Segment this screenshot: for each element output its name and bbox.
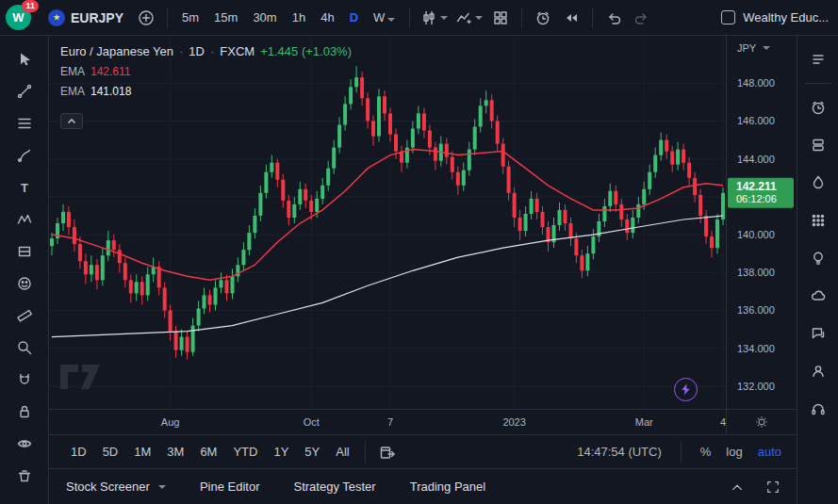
brush-tool-button[interactable] (7, 139, 42, 171)
currency-label: JPY (737, 42, 756, 54)
svg-text:T: T (21, 180, 28, 194)
compare-add-button[interactable] (133, 5, 159, 31)
log-scale-button[interactable]: log (724, 443, 744, 461)
text-icon: T (16, 179, 33, 196)
ruler-icon (16, 307, 33, 324)
body: T (0, 36, 838, 504)
timeframe-30m[interactable]: 30m (246, 7, 283, 28)
clock-utc-button[interactable]: 14:47:54 (UTC) (575, 443, 664, 461)
fullscreen-button[interactable] (763, 474, 783, 500)
auto-scale-button[interactable]: auto (756, 443, 783, 461)
alerts-button[interactable] (804, 93, 832, 122)
indicators-button[interactable] (452, 5, 485, 31)
go-to-date-button[interactable] (374, 439, 401, 465)
range-5y-button[interactable]: 5Y (298, 442, 326, 462)
lock-tool-button[interactable] (7, 396, 42, 427)
layout-grid-icon (492, 9, 509, 26)
emoji-icon (16, 275, 33, 292)
undo-button[interactable] (600, 5, 627, 31)
legend-timeframe: 1D (189, 44, 205, 58)
axis-settings-corner[interactable] (726, 410, 797, 434)
currency-selector[interactable]: JPY (737, 42, 770, 54)
chat-bubbles-icon (810, 324, 827, 343)
time-axis-label: 2023 (502, 416, 525, 428)
lock-icon (16, 403, 33, 420)
range-1m-button[interactable]: 1M (127, 442, 157, 462)
hide-drawings-button[interactable] (7, 428, 42, 459)
price-tick: 134.000 (737, 343, 775, 354)
forecast-icon (16, 243, 33, 260)
cursor-tool-button[interactable] (7, 43, 42, 74)
ideas-button[interactable] (804, 244, 832, 272)
expand-panel-button[interactable] (727, 474, 748, 500)
workspace-title-button[interactable]: Wealthy Educ... (721, 10, 829, 24)
chart-column: Euro / Japanese Yen · 1D · FXCM +1.445 (… (49, 36, 797, 504)
range-1y-button[interactable]: 1Y (267, 442, 295, 462)
help-button[interactable] (804, 395, 832, 423)
chat-button[interactable] (804, 319, 832, 348)
price-scale[interactable]: JPY 148.000146.000144.000142.000140.0001… (726, 36, 797, 409)
brush-icon (16, 147, 33, 164)
tab-trading-panel[interactable]: Trading Panel (410, 476, 485, 497)
fib-retracement-tool-button[interactable] (7, 107, 42, 138)
watchlist-button[interactable] (804, 45, 832, 73)
legend-separator: · (210, 44, 214, 58)
symbol-button[interactable]: ★ EURJPY (41, 6, 131, 30)
emoji-tool-button[interactable] (7, 268, 42, 299)
measure-tool-button[interactable] (7, 300, 42, 331)
timeframe-4h[interactable]: 4h (314, 7, 340, 28)
legend-change: +1.445 (+1.03%) (260, 44, 352, 58)
magnet-tool-button[interactable] (7, 364, 42, 395)
streams-button[interactable] (804, 169, 832, 197)
tab-pine-editor[interactable]: Pine Editor (200, 476, 260, 497)
time-axis-labels: AugOct72023Mar4 (49, 410, 726, 434)
gear-icon (754, 415, 769, 430)
trend-line-tool-button[interactable] (7, 75, 42, 106)
range-all-button[interactable]: All (329, 442, 355, 462)
redo-button[interactable] (629, 5, 655, 31)
range-5d-button[interactable]: 5D (96, 442, 125, 462)
flame-icon (810, 173, 827, 192)
timeframe-1h[interactable]: 1h (286, 7, 312, 28)
chart-style-button[interactable] (418, 5, 451, 31)
tab-stock-screener-label: Stock Screener (66, 480, 150, 494)
forecast-tool-button[interactable] (7, 236, 42, 267)
screener-button[interactable] (804, 206, 832, 235)
price-tick: 148.000 (737, 77, 775, 89)
minds-button[interactable] (804, 282, 832, 310)
timeframe-1d[interactable]: D (343, 7, 365, 28)
chart-region: Euro / Japanese Yen · 1D · FXCM +1.445 (… (49, 36, 797, 409)
text-tool-button[interactable]: T (7, 171, 42, 203)
range-3m-button[interactable]: 3M (160, 442, 190, 462)
range-6m-button[interactable]: 6M (193, 442, 223, 462)
right-rail (797, 36, 838, 504)
remove-drawings-button[interactable] (7, 460, 42, 491)
time-axis[interactable]: AugOct72023Mar4 (49, 409, 797, 434)
range-1d-button[interactable]: 1D (64, 442, 93, 462)
app-logo[interactable]: W 11 (6, 5, 31, 30)
trading-app: W 11 ★ EURJPY 5m 15m 30m 1h 4h D W (0, 0, 838, 504)
timeframe-1w[interactable]: W (367, 7, 402, 28)
rail-divider (805, 83, 831, 84)
community-button[interactable] (804, 357, 832, 385)
create-alert-button[interactable] (530, 5, 556, 31)
chart-legend: Euro / Japanese Yen · 1D · FXCM +1.445 (… (60, 44, 352, 105)
chart-plot[interactable]: Euro / Japanese Yen · 1D · FXCM +1.445 (… (49, 36, 726, 409)
timeframe-5m[interactable]: 5m (175, 7, 205, 28)
price-tick: 140.000 (737, 229, 775, 240)
percent-scale-button[interactable]: % (698, 443, 714, 461)
timeframe-15m[interactable]: 15m (207, 7, 244, 28)
zoom-tool-button[interactable] (7, 332, 42, 363)
range-ytd-button[interactable]: YTD (226, 442, 264, 462)
xabcd-pattern-tool-button[interactable] (7, 203, 42, 235)
candlestick-style-icon (420, 9, 437, 26)
tab-strategy-tester[interactable]: Strategy Tester (293, 476, 375, 497)
boost-button[interactable] (674, 378, 698, 401)
toolbar-separator (592, 8, 593, 28)
legend-collapse-button[interactable] (60, 113, 83, 129)
tab-stock-screener[interactable]: Stock Screener (66, 476, 166, 497)
hotlists-button[interactable] (804, 131, 832, 159)
time-axis-label: Oct (304, 416, 320, 428)
bar-replay-button[interactable] (558, 5, 584, 31)
layout-grid-button[interactable] (487, 5, 514, 31)
